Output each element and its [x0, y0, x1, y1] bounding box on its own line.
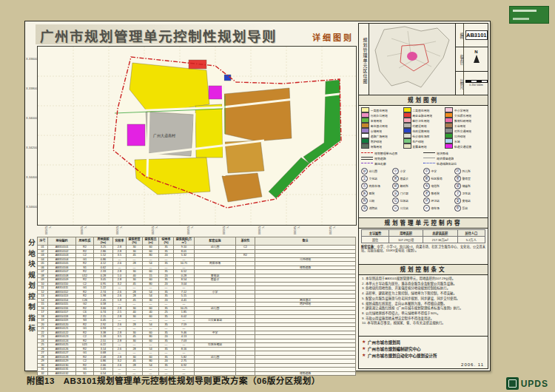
legend-line-label: 地块界线 [437, 151, 448, 155]
table-header-cell: 建筑面积(万m²) [174, 237, 195, 246]
legend-icon-item: 消消防站 [361, 205, 392, 212]
legend-land-item: 中小学用地 [445, 107, 485, 112]
facility-icon: 小 [392, 168, 399, 175]
legend-color-swatch [445, 143, 453, 149]
location-map-graphic [369, 24, 455, 93]
facility-icon: 托 [454, 168, 461, 175]
legend-color-swatch [361, 143, 369, 149]
provisions-body: 1. 本导则适用于AB3101规划管理单元，用地面积约107.29公顷。2. 本… [359, 275, 488, 337]
legend-icon-item: 邮邮政所 [392, 183, 423, 189]
legend-color-swatch [445, 138, 453, 143]
upds-logo-text: UPDS [521, 379, 548, 389]
legend-land-item: 防护绿地 [361, 138, 402, 143]
legend-color-swatch [403, 143, 411, 149]
legend-color-swatch [361, 133, 369, 138]
facility-icon: 警 [454, 175, 461, 182]
legend-land-item: 体育用地 [361, 118, 402, 123]
provision-item: 4. 容积率、建筑密度为上限控制，绿地率为下限控制，不得突破。 [362, 291, 485, 296]
legend-line-sample [423, 163, 435, 163]
legend-line-sample [361, 163, 373, 163]
facility-label: 邮政所 [400, 184, 408, 188]
facility-icon: 公 [392, 205, 399, 212]
facility-label: 中学 [431, 169, 437, 173]
location-map-label: 规划管理单元区位图 [359, 24, 369, 95]
map-y-coordinate: Y-54200 [329, 226, 336, 236]
legend-land-label: 轨道交通设施 [454, 144, 471, 149]
facility-label: 肉菜市场 [369, 184, 380, 188]
legend-line-item: 高压走廊 [361, 160, 423, 166]
legend-land-label: 村建设用地 [412, 124, 426, 128]
legend-body: 一类居住用地二类居住用地中小学用地行政办公用地商业金融业用地文化娱乐用地体育用地… [359, 106, 488, 218]
legend-line-item: 现状保留道路 [423, 155, 485, 160]
table-header-cell: 地块编码 [48, 237, 76, 246]
north-arrow-icon [474, 55, 480, 63]
facility-icon: 消 [361, 205, 368, 212]
facility-label: 停车场 [431, 206, 440, 210]
legend-land-item: 一类居住用地 [361, 107, 402, 112]
control-header-cell: 总建筑面积 [423, 230, 457, 237]
facility-icon: 老 [423, 190, 430, 197]
legend-land-item: 仓储用地 [361, 128, 402, 133]
legend-land-label: 医疗卫生用地 [412, 118, 429, 123]
provision-item: 9. 市政公用设施用地未经法定程序不得改变用途。 [362, 317, 485, 321]
legend-line-label: 轨道线路及站位 [437, 161, 457, 166]
legend-color-swatch [445, 133, 453, 138]
table-head: 序号地块编码用地性质用地面积(ha)容积率建筑密度(%)建筑限高(m)绿地率(%… [38, 237, 356, 246]
legend-land-item: 行政办公用地 [361, 112, 402, 118]
legend-color-swatch [403, 123, 411, 128]
map-x-coordinate: X-34400 [26, 175, 37, 179]
legend-color-swatch [361, 128, 369, 133]
legend-color-swatch [445, 112, 453, 118]
upds-logo-icon [506, 377, 519, 390]
facilities-text: 配套设施：中学、小学×2、幼儿园×3、肉菜市场、社区卫生服务中心、文化站、公交首… [361, 245, 485, 253]
legend-land-item: 生产绿地 [403, 138, 444, 143]
map-x-coordinate: X-34200 [26, 146, 37, 149]
table-header-cell: 容积率 [113, 237, 127, 246]
facility-icon: 幼 [361, 168, 368, 175]
legend-land-label: 发展备用地 [412, 144, 426, 149]
legend-land-item: 对外交通用地 [445, 128, 485, 133]
facility-label: 文化站 [369, 177, 377, 180]
map-y-coordinate: Y-52600 [44, 226, 52, 236]
legend-icon-item: 垃垃圾站 [392, 197, 423, 204]
legend-color-swatch [445, 128, 453, 133]
credit-org: ★广州市城市规划编制研究中心 [362, 345, 485, 352]
table-header-cell: 序号 [38, 237, 48, 246]
page-title: 广州市规划管理单元控制性规划导则 [40, 26, 277, 45]
legend-line-sample [361, 157, 373, 160]
legend-color-swatch [403, 112, 411, 118]
legend-land-item: 发展备用地 [403, 143, 444, 149]
legend-line-label: 现状保留道路 [437, 156, 454, 160]
facility-icon: 服 [423, 175, 430, 182]
legend-color-swatch [445, 123, 453, 128]
facility-label: 幼儿园 [369, 169, 377, 173]
legend-land-grid: 一类居住用地二类居住用地中小学用地行政办公用地商业金融业用地文化娱乐用地体育用地… [361, 107, 485, 149]
legend-land-label: 一类居住用地 [371, 108, 388, 112]
legend-icon-item: 市肉菜市场 [361, 183, 392, 189]
legend-line-item: 地块界线 [423, 150, 485, 155]
table-body: 01AB310101R23.252.83060359.10幼儿园C202AB31… [38, 246, 356, 376]
facility-icon: 卫 [454, 190, 461, 197]
location-map [369, 24, 455, 95]
map-x-coordinate: X-33600 [26, 57, 37, 61]
legend-land-label: 行政办公用地 [371, 113, 388, 118]
legend-header: 规划图例 [359, 95, 488, 106]
legend-icon-item: 银储蓄所 [454, 183, 485, 189]
map-y-coordinate: Y-53600 [222, 226, 229, 236]
legend-icon-item: 环环卫站 [423, 197, 454, 204]
legend-land-label: 工业用地 [454, 124, 466, 128]
facility-icon: 环 [423, 197, 430, 204]
legend-land-label: 文化娱乐用地 [454, 113, 471, 118]
facility-icon: 电 [423, 183, 430, 189]
legend-land-label: 商住混合用地 [371, 124, 388, 128]
date: 2006. 11 [461, 362, 484, 367]
legend-icon-grid: 幼幼儿园小小学中中学托托儿所文文化站居居委会服社区服务警警务室市肉菜市场邮邮政所… [361, 168, 485, 212]
legend-icon-item: 诊门诊部 [392, 190, 423, 197]
legend-land-item: 文化娱乐用地 [445, 112, 485, 118]
control-value-cell: 5.2万人 [457, 237, 485, 243]
map-y-coordinate: Y-52800 [80, 226, 87, 236]
legend-land-label: 防护绿地 [371, 139, 383, 143]
provision-item: 10. 本导则未尽事宜，按国家、省、市有关法律法规执行。 [362, 321, 485, 325]
location-section: 规划管理单元区位图 编码 AB3101 指北针 [359, 24, 488, 95]
left-vertical-title: 分地块规划控制指标 [26, 239, 36, 361]
